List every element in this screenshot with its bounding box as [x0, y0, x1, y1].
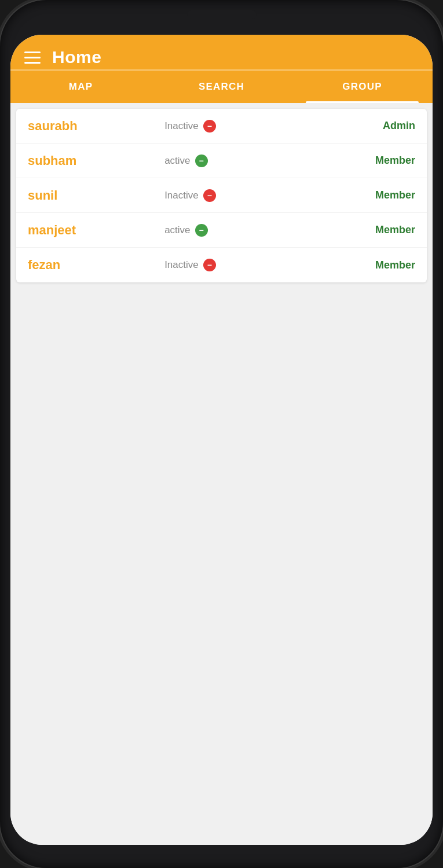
member-name: sunil: [28, 188, 164, 203]
member-row[interactable]: manjeetactive−Member: [16, 213, 427, 248]
active-status-icon: −: [195, 224, 208, 237]
member-role: Member: [301, 155, 415, 167]
status-label: active: [164, 225, 190, 236]
tab-search[interactable]: SEARCH: [151, 71, 292, 103]
member-role: Member: [301, 189, 415, 201]
member-status: Inactive−: [164, 259, 301, 271]
member-row[interactable]: fezanInactive−Member: [16, 248, 427, 282]
tab-bar: MAP SEARCH GROUP: [10, 71, 433, 103]
app-container: Home MAP SEARCH GROUP saurabhInactive−Ad…: [10, 35, 433, 845]
member-status: Inactive−: [164, 120, 301, 133]
status-label: Inactive: [164, 120, 199, 132]
member-role: Admin: [301, 120, 415, 132]
member-name: saurabh: [28, 119, 164, 134]
member-role: Member: [301, 224, 415, 236]
member-status: active−: [164, 155, 301, 167]
member-name: subham: [28, 153, 164, 168]
member-row[interactable]: saurabhInactive−Admin: [16, 109, 427, 144]
inactive-status-icon: −: [203, 120, 216, 133]
hamburger-menu-button[interactable]: [24, 52, 41, 64]
tab-map[interactable]: MAP: [10, 71, 151, 103]
member-name: fezan: [28, 258, 164, 273]
phone-notch: [187, 10, 257, 19]
status-label: Inactive: [164, 190, 199, 201]
header: Home: [10, 35, 433, 71]
phone-frame: Home MAP SEARCH GROUP saurabhInactive−Ad…: [0, 0, 443, 868]
member-status: Inactive−: [164, 189, 301, 202]
status-label: active: [164, 155, 190, 167]
inactive-status-icon: −: [203, 189, 216, 202]
member-role: Member: [301, 259, 415, 271]
member-status: active−: [164, 224, 301, 237]
page-title: Home: [52, 47, 101, 67]
inactive-status-icon: −: [203, 259, 216, 271]
member-row[interactable]: subhamactive−Member: [16, 144, 427, 178]
status-label: Inactive: [164, 259, 199, 271]
content-area: saurabhInactive−Adminsubhamactive−Member…: [10, 103, 433, 845]
member-row[interactable]: sunilInactive−Member: [16, 178, 427, 213]
active-status-icon: −: [195, 155, 208, 167]
tab-group[interactable]: GROUP: [292, 71, 433, 103]
phone-screen: Home MAP SEARCH GROUP saurabhInactive−Ad…: [10, 35, 433, 845]
member-name: manjeet: [28, 223, 164, 238]
member-list: saurabhInactive−Adminsubhamactive−Member…: [16, 109, 427, 282]
